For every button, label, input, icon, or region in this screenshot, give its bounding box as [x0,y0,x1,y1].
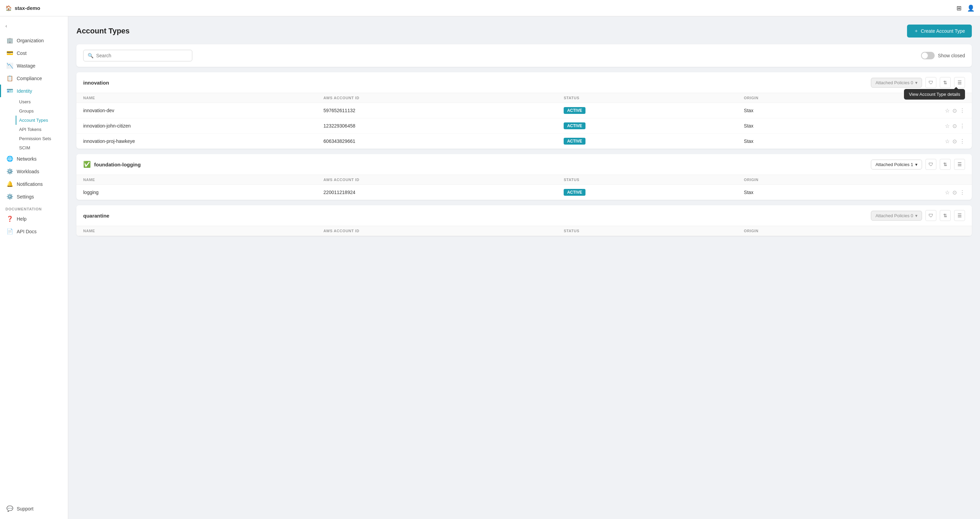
shield-icon-btn-quarantine[interactable]: 🛡 [926,210,936,221]
star-icon[interactable]: ☆ [945,138,950,145]
brand-icon: 🏠 [5,5,12,11]
account-origin: Stax [744,123,924,129]
show-closed-label: Show closed [938,53,965,58]
support-icon: 💬 [6,505,13,512]
sidebar-item-networks[interactable]: 🌐 Networks [0,153,68,165]
sidebar-item-wastage[interactable]: 📉 Wastage [0,59,68,72]
search-icon: 🔍 [88,53,94,58]
log-in-icon[interactable]: ⊙ [952,138,957,145]
sidebar-item-organization[interactable]: 🏢 Organization [0,34,68,47]
col-actions [924,229,965,233]
card-header-quarantine: quarantine Attached Policies 0 ▾ 🛡 ⇅ ☰ [76,205,972,226]
sidebar-item-support[interactable]: 💬 Support [0,502,68,515]
sidebar-item-account-types[interactable]: Account Types [16,116,68,125]
star-icon[interactable]: ☆ [945,123,950,129]
more-icon[interactable]: ⋮ [959,189,965,196]
list-icon-btn-foundation[interactable]: ☰ [954,159,965,170]
shield-icon-btn-foundation[interactable]: 🛡 [926,159,936,170]
log-in-icon[interactable]: ⊙ [952,189,957,196]
sidebar-item-api-docs[interactable]: 📄 API Docs [0,225,68,238]
star-icon[interactable]: ☆ [945,107,950,114]
sidebar-toggle[interactable]: ‹ [0,21,68,31]
sidebar-item-scim[interactable]: SCIM [16,143,68,153]
grid-icon[interactable]: ⊞ [956,5,962,12]
sidebar-label-cost: Cost [17,51,27,56]
sidebar-item-permission-sets[interactable]: Permission Sets [16,134,68,143]
sidebar-label-identity: Identity [17,88,32,94]
user-icon[interactable]: 👤 [967,5,975,12]
chevron-down-icon: ▾ [915,80,918,85]
card-header-right-innovation: Attached Policies 0 ▾ 🛡 ⇅ ☰ View Account… [871,77,965,88]
table-row: innovation-john-citizen 123229306458 ACT… [76,118,972,134]
create-account-type-button[interactable]: ＋ Create Account Type [907,25,972,38]
sidebar-label-support: Support [17,506,33,511]
sidebar-item-compliance[interactable]: 📋 Compliance [0,72,68,84]
sidebar-item-help[interactable]: ❓ Help [0,212,68,225]
col-name: NAME [83,229,324,233]
sidebar-item-groups[interactable]: Groups [16,107,68,116]
account-name: logging [83,189,324,195]
layout: ‹ 🏢 Organization 💳 Cost 📉 Wastage 📋 Comp… [0,16,980,519]
search-input[interactable] [96,53,188,58]
sidebar-item-cost[interactable]: 💳 Cost [0,47,68,59]
sidebar-item-settings[interactable]: ⚙️ Settings [0,190,68,203]
wastage-icon: 📉 [6,62,13,69]
account-aws-id: 597652611132 [324,108,564,113]
show-closed-switch[interactable] [921,52,935,59]
row-actions: ☆ ⊙ ⋮ [924,138,965,145]
account-aws-id: 220011218924 [324,189,564,195]
row-actions: ☆ ⊙ ⋮ [924,107,965,114]
attached-policies-label-innovation: Attached Policies 0 [875,80,913,85]
col-status: STATUS [564,229,744,233]
sidebar-label-networks: Networks [17,156,37,162]
more-icon[interactable]: ⋮ [959,138,965,145]
help-icon: ❓ [6,215,13,222]
sidebar-label-settings: Settings [17,194,34,199]
page-header: Account Types ＋ Create Account Type [76,25,972,38]
account-status: ACTIVE [564,189,744,196]
sidebar-item-users[interactable]: Users [16,97,68,107]
log-in-icon[interactable]: ⊙ [952,107,957,114]
sidebar-label-workloads: Workloads [17,169,39,174]
list-icon-btn-innovation[interactable]: ☰ [954,77,965,88]
col-actions [924,96,965,100]
col-name: NAME [83,96,324,100]
accounts-table-innovation: NAME AWS ACCOUNT ID STATUS ORIGIN innova… [76,93,972,149]
more-icon[interactable]: ⋮ [959,123,965,129]
sidebar-item-api-tokens[interactable]: API Tokens [16,125,68,134]
transfer-icon-btn-innovation[interactable]: ⇅ [940,77,951,88]
compliance-icon: 📋 [6,75,13,81]
sidebar-item-identity[interactable]: 🪪 Identity [0,84,68,97]
col-origin: ORIGIN [744,178,924,182]
row-actions: ☆ ⊙ ⋮ [924,189,965,196]
account-origin: Stax [744,139,924,144]
account-origin: Stax [744,189,924,195]
documentation-section-label: DOCUMENTATION [0,203,68,212]
shield-icon-btn-innovation[interactable]: 🛡 [926,77,936,88]
organization-icon: 🏢 [6,37,13,44]
main-content: Account Types ＋ Create Account Type 🔍 Sh… [68,16,980,519]
create-button-label: Create Account Type [921,28,965,34]
card-header-foundation: ✅ foundation-logging Attached Policies 1… [76,154,972,175]
innovation-name: innovation [83,80,109,86]
attached-policies-btn-quarantine[interactable]: Attached Policies 0 ▾ [871,211,922,221]
attached-policies-btn-innovation[interactable]: Attached Policies 0 ▾ [871,78,922,88]
identity-subnav: Users Groups Account Types API Tokens Pe… [0,97,68,153]
account-name: innovation-dev [83,108,324,113]
table-row: innovation-proj-hawkeye 606343829661 ACT… [76,134,972,149]
more-icon[interactable]: ⋮ [959,107,965,114]
sidebar-item-workloads[interactable]: ⚙️ Workloads [0,165,68,178]
attached-policies-btn-foundation[interactable]: Attached Policies 1 ▾ [871,159,922,169]
sidebar-label-compliance: Compliance [17,76,42,81]
sidebar-item-notifications[interactable]: 🔔 Notifications [0,178,68,190]
account-name: innovation-proj-hawkeye [83,139,324,144]
star-icon[interactable]: ☆ [945,189,950,196]
col-aws-id: AWS ACCOUNT ID [324,178,564,182]
transfer-icon-btn-foundation[interactable]: ⇅ [940,159,951,170]
account-type-card-innovation: innovation Attached Policies 0 ▾ 🛡 ⇅ ☰ V… [76,72,972,149]
card-header-left-innovation: innovation [83,80,109,86]
transfer-icon-btn-quarantine[interactable]: ⇅ [940,210,951,221]
brand: 🏠 stax-demo [5,5,40,11]
log-in-icon[interactable]: ⊙ [952,123,957,129]
list-icon-btn-quarantine[interactable]: ☰ [954,210,965,221]
